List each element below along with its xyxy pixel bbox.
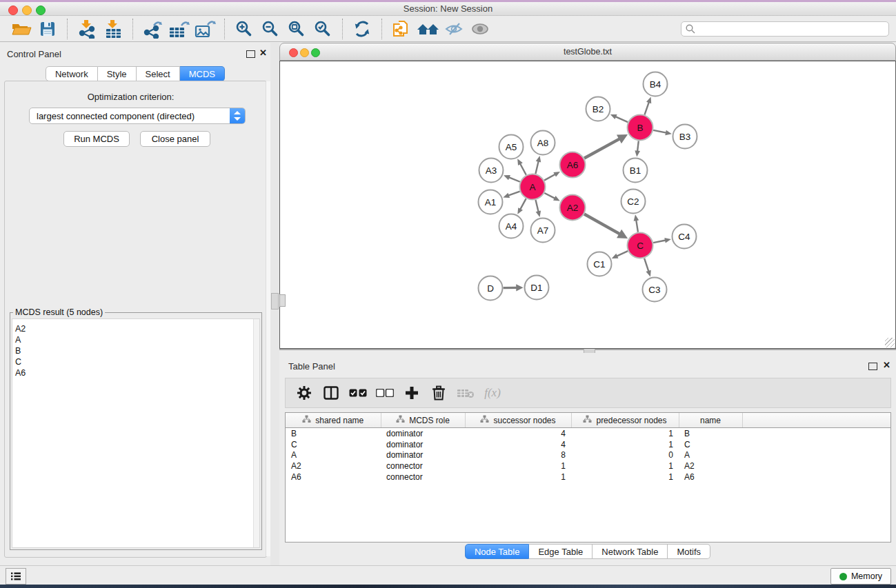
graph-edge-A-A2[interactable] [544,193,555,199]
table-cell[interactable]: dominator [381,439,465,450]
table-cell[interactable]: 4 [465,428,571,439]
table-cell[interactable]: 1 [571,460,679,472]
table-cell[interactable]: dominator [381,449,465,460]
table-cell[interactable]: A2 [286,460,381,472]
graph-edge-B-B4[interactable] [644,102,649,115]
table-cell[interactable]: C [286,439,381,450]
optimization-criterion-dropdown[interactable]: largest connected component (directed) [29,108,246,124]
import-table-icon[interactable] [101,18,125,40]
graph-edge-B-B2[interactable] [615,116,628,122]
tab-select[interactable]: Select [137,66,180,81]
canvas-left-splitter-handle[interactable] [279,294,286,307]
table-cell[interactable]: connector [381,472,465,483]
table-cell[interactable]: connector [381,460,465,472]
window-resize-grip[interactable] [885,338,895,347]
table-cell[interactable]: 1 [571,428,679,439]
zoom-in-icon[interactable] [232,18,256,40]
run-mcds-button[interactable]: Run MCDS [63,131,130,147]
close-panel-icon[interactable]: ✕ [259,48,267,58]
table-settings-gear-icon[interactable] [295,383,313,403]
open-session-icon[interactable] [10,18,33,40]
table-cell[interactable]: 0 [571,449,679,460]
tab-motifs[interactable]: Motifs [668,544,710,559]
result-list-scrollbar[interactable] [253,319,259,547]
column-header-mcds-role[interactable]: MCDS role [381,413,465,428]
tab-network[interactable]: Network [46,66,98,81]
toolbar-separator [342,19,343,39]
graph-edge-A2-C[interactable] [584,214,619,234]
result-list-item[interactable]: B [12,345,259,356]
table-cell[interactable]: B [679,428,742,439]
graph-edge-arrowhead [503,193,510,198]
column-header-name[interactable]: name [679,413,742,428]
table-cell[interactable]: 1 [571,439,679,450]
table-cell[interactable]: A6 [679,472,742,483]
refresh-layout-icon[interactable] [350,18,374,40]
graph-edge-C-C3[interactable] [644,258,648,272]
graph-edge-A-A8[interactable] [535,161,538,174]
table-cell[interactable]: 1 [465,460,571,472]
table-cell[interactable]: A [679,449,742,460]
table-cell[interactable]: 4 [465,439,571,450]
graph-edge-B-B1[interactable] [637,141,639,151]
export-network-icon[interactable] [141,18,164,40]
graph-edge-A-A4[interactable] [520,199,526,210]
export-table-icon[interactable] [167,18,190,40]
tab-network-table[interactable]: Network Table [593,544,668,559]
table-cell[interactable]: A6 [286,472,381,483]
new-network-from-selection-icon[interactable] [390,18,413,40]
table-cell[interactable]: 8 [465,449,571,460]
close-panel-button[interactable]: Close panel [140,131,210,147]
table-cell[interactable]: dominator [381,428,465,439]
column-header-shared-name[interactable]: shared name [286,413,381,428]
import-network-icon[interactable] [75,18,99,40]
graph-edge-A-A3[interactable] [509,177,520,182]
graph-edge-C-C4[interactable] [653,240,666,243]
table-cell[interactable]: B [286,428,381,439]
network-canvas[interactable]: B4B2BB3A8A5A6A3B1AA1C2A2A4A7C4CC1DD1C3 [279,61,896,349]
float-panel-icon[interactable] [246,50,255,58]
tab-node-table[interactable]: Node Table [465,544,530,559]
deselect-all-rows-icon[interactable] [376,383,394,403]
zoom-selected-icon[interactable] [311,18,335,40]
reset-home-view-icon[interactable] [416,18,439,40]
result-list-item[interactable]: A2 [12,323,259,334]
graph-edge-A-A7[interactable] [536,200,539,212]
table-cell[interactable]: A2 [679,460,742,472]
vertical-splitter-handle[interactable] [271,293,279,310]
show-bird-view-icon[interactable] [468,18,492,40]
result-list-item[interactable]: A6 [12,367,259,378]
show-columns-icon[interactable] [322,383,340,403]
column-header-successor-nodes[interactable]: successor nodes [465,413,571,428]
add-column-icon[interactable] [403,383,421,403]
float-table-panel-icon[interactable] [868,363,877,370]
export-image-icon[interactable] [193,18,217,40]
table-cell[interactable]: A [286,449,381,460]
memory-button[interactable]: Memory [830,568,891,585]
save-session-icon[interactable] [36,18,59,40]
tab-mcds[interactable]: MCDS [180,66,225,81]
delete-column-trash-icon[interactable] [430,383,448,403]
close-table-panel-icon[interactable]: ✕ [883,360,890,370]
result-list-item[interactable]: C [12,356,259,367]
zoom-out-icon[interactable] [259,18,282,40]
graph-edge-B-B3[interactable] [653,130,666,133]
graph-edge-A6-B[interactable] [584,139,619,158]
table-cell[interactable]: 1 [571,472,679,483]
result-list-item[interactable]: A [12,334,259,345]
select-all-rows-icon[interactable] [349,383,367,403]
tab-style[interactable]: Style [98,66,137,81]
table-cell[interactable]: C [679,439,742,450]
zoom-fit-icon[interactable] [285,18,308,40]
graph-edge-A-A6[interactable] [544,174,555,181]
search-input[interactable] [681,21,889,37]
task-history-button[interactable] [6,568,26,585]
tab-edge-table[interactable]: Edge Table [529,544,593,559]
column-header-predecessor-nodes[interactable]: predecessor nodes [571,413,679,428]
table-cell[interactable]: 1 [465,472,571,483]
graph-edge-C-C2[interactable] [636,220,638,232]
graph-edge-A-A5[interactable] [520,163,526,175]
graph-edge-C-C1[interactable] [617,251,628,256]
graph-edge-A-A1[interactable] [508,192,520,196]
hide-selected-icon[interactable] [442,18,466,40]
